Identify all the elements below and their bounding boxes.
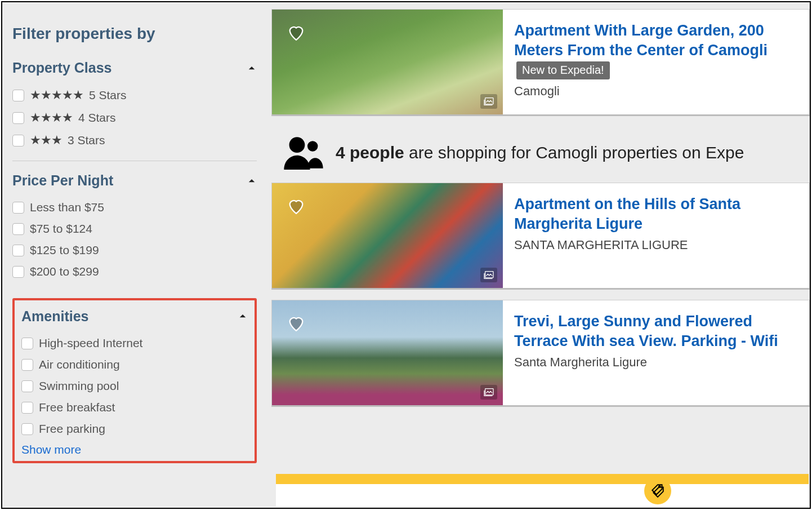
listing-image[interactable] bbox=[272, 300, 503, 405]
checkbox[interactable] bbox=[12, 266, 24, 278]
svg-rect-4 bbox=[485, 389, 493, 395]
checkbox[interactable] bbox=[21, 359, 33, 371]
option-label: 3 Stars bbox=[68, 134, 105, 147]
favorite-heart-icon[interactable] bbox=[285, 23, 307, 42]
filter-option-price-3[interactable]: $200 to $299 bbox=[12, 261, 257, 282]
option-label: Swimming pool bbox=[39, 379, 119, 393]
filter-header-amenities[interactable]: Amenities bbox=[21, 307, 248, 325]
filter-option-3stars[interactable]: ★★★ 3 Stars bbox=[12, 129, 257, 152]
option-label: Free parking bbox=[39, 422, 105, 436]
option-label: Air conditioning bbox=[39, 358, 120, 371]
listing-card[interactable]: Apartment on the Hills of Santa Margheri… bbox=[271, 183, 810, 290]
filter-header-price[interactable]: Price Per Night bbox=[12, 172, 257, 189]
star-icons: ★★★★ bbox=[30, 110, 73, 125]
filter-section-price: Price Per Night Less than $75 $75 to $12… bbox=[12, 161, 257, 291]
listing-card[interactable]: Apartment With Large Garden, 200 Meters … bbox=[271, 9, 810, 116]
svg-rect-3 bbox=[485, 272, 493, 278]
filter-option-4stars[interactable]: ★★★★ 4 Stars bbox=[12, 107, 257, 129]
option-label: 4 Stars bbox=[78, 111, 116, 125]
favorite-heart-icon[interactable] bbox=[285, 197, 307, 216]
listing-location: Santa Margherita Ligure bbox=[514, 355, 801, 370]
listing-badge: New to Expedia! bbox=[516, 61, 610, 79]
option-label: Less than $75 bbox=[30, 201, 104, 214]
option-label: $125 to $199 bbox=[30, 243, 99, 257]
listing-title[interactable]: Trevi, Large Sunny and Flowered Terrace … bbox=[514, 312, 801, 351]
listing-title-text: Apartment With Large Garden, 200 Meters … bbox=[514, 22, 768, 59]
filter-option-amenity-breakfast[interactable]: Free breakfast bbox=[21, 397, 248, 418]
svg-point-2 bbox=[307, 141, 318, 152]
filter-heading-amenities: Amenities bbox=[21, 308, 88, 325]
svg-rect-0 bbox=[485, 98, 493, 104]
listing-title[interactable]: Apartment With Large Garden, 200 Meters … bbox=[514, 21, 801, 79]
checkbox[interactable] bbox=[12, 245, 24, 256]
checkbox[interactable] bbox=[21, 402, 33, 414]
listing-title-text: Trevi, Large Sunny and Flowered Terrace … bbox=[514, 313, 778, 349]
filter-heading-price: Price Per Night bbox=[12, 172, 113, 189]
shopping-text: 4 people are shopping for Camogli proper… bbox=[336, 143, 744, 162]
option-label: High-speed Internet bbox=[39, 336, 142, 350]
option-label: 5 Stars bbox=[89, 88, 127, 102]
chevron-up-icon bbox=[238, 311, 248, 321]
listing-location: Camogli bbox=[514, 84, 801, 99]
filter-option-amenity-ac[interactable]: Air conditioning bbox=[21, 354, 248, 375]
filter-section-property-class: Property Class ★★★★★ 5 Stars ★★★★ 4 Star… bbox=[12, 60, 257, 161]
star-icons: ★★★ bbox=[30, 133, 62, 148]
deal-badge-icon[interactable] bbox=[644, 477, 671, 504]
filter-option-price-0[interactable]: Less than $75 bbox=[12, 197, 257, 218]
filter-option-price-1[interactable]: $75 to $124 bbox=[12, 218, 257, 240]
shopping-banner: 4 people are shopping for Camogli proper… bbox=[271, 126, 810, 183]
listing-body: Apartment With Large Garden, 200 Meters … bbox=[503, 10, 809, 114]
star-icons: ★★★★★ bbox=[30, 88, 83, 103]
filter-option-5stars[interactable]: ★★★★★ 5 Stars bbox=[12, 84, 257, 107]
favorite-heart-icon[interactable] bbox=[285, 314, 307, 333]
show-more-link[interactable]: Show more bbox=[21, 443, 248, 456]
filter-option-amenity-parking[interactable]: Free parking bbox=[21, 418, 248, 440]
listing-location: SANTA MARGHERITA LIGURE bbox=[514, 238, 801, 252]
filter-title: Filter properties by bbox=[12, 25, 257, 43]
listing-card[interactable]: Trevi, Large Sunny and Flowered Terrace … bbox=[271, 300, 810, 407]
checkbox[interactable] bbox=[21, 423, 33, 435]
listing-title-text: Apartment on the Hills of Santa Margheri… bbox=[514, 196, 740, 232]
option-label: $75 to $124 bbox=[30, 222, 92, 236]
checkbox[interactable] bbox=[12, 202, 24, 214]
listing-body: Apartment on the Hills of Santa Margheri… bbox=[503, 183, 809, 288]
filter-section-amenities-highlighted: Amenities High-speed Internet Air condit… bbox=[12, 298, 257, 463]
checkbox[interactable] bbox=[12, 112, 24, 124]
listing-image[interactable] bbox=[272, 10, 503, 114]
filter-option-price-2[interactable]: $125 to $199 bbox=[12, 240, 257, 261]
gallery-icon[interactable] bbox=[480, 94, 497, 109]
checkbox[interactable] bbox=[12, 90, 24, 101]
option-label: Free breakfast bbox=[39, 401, 115, 414]
shopping-rest: are shopping for Camogli properties on E… bbox=[404, 143, 744, 162]
listing-body: Trevi, Large Sunny and Flowered Terrace … bbox=[503, 300, 809, 405]
option-label: $200 to $299 bbox=[30, 265, 99, 278]
gallery-icon[interactable] bbox=[480, 268, 497, 282]
filter-option-amenity-internet[interactable]: High-speed Internet bbox=[21, 332, 248, 354]
listing-image[interactable] bbox=[272, 183, 503, 288]
shopping-count: 4 people bbox=[336, 143, 404, 162]
filter-heading-property-class: Property Class bbox=[12, 60, 111, 76]
filter-option-amenity-pool[interactable]: Swimming pool bbox=[21, 375, 248, 397]
svg-point-1 bbox=[289, 137, 305, 153]
filter-sidebar: Filter properties by Property Class ★★★★… bbox=[2, 2, 267, 508]
people-icon bbox=[283, 135, 324, 170]
promo-strip bbox=[276, 474, 809, 484]
chevron-up-icon bbox=[247, 63, 257, 73]
filter-header-property-class[interactable]: Property Class bbox=[12, 60, 257, 76]
listing-title[interactable]: Apartment on the Hills of Santa Margheri… bbox=[514, 194, 801, 233]
gallery-icon[interactable] bbox=[480, 385, 497, 400]
chevron-up-icon bbox=[247, 176, 257, 186]
results-panel: Apartment With Large Garden, 200 Meters … bbox=[267, 2, 810, 508]
checkbox[interactable] bbox=[12, 223, 24, 235]
promo-strip-white bbox=[276, 484, 809, 507]
checkbox[interactable] bbox=[12, 135, 24, 147]
checkbox[interactable] bbox=[21, 338, 33, 349]
checkbox[interactable] bbox=[21, 380, 33, 392]
